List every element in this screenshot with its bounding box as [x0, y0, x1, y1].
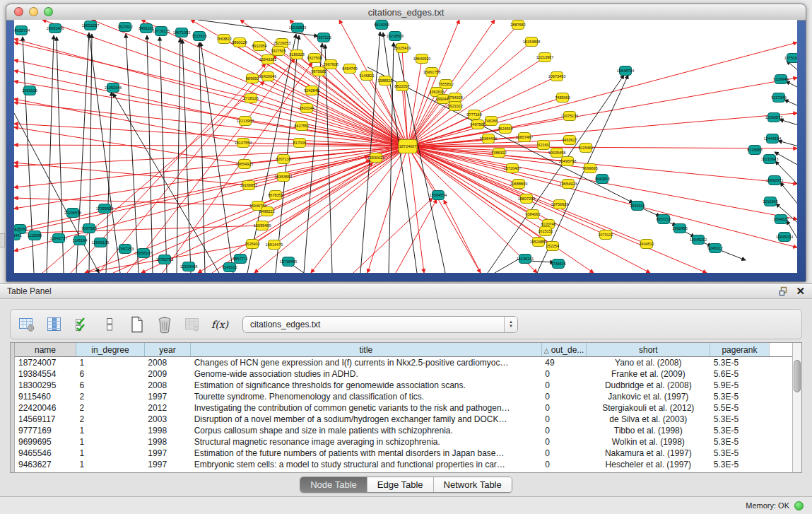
network-node[interactable]: 9227343	[771, 93, 786, 103]
table-row[interactable]: 1938455462009Genome-wide association stu…	[15, 368, 801, 380]
network-node[interactable]: 9097588	[81, 224, 96, 233]
minimize-window-icon[interactable]	[29, 7, 38, 16]
show-columns-icon[interactable]	[45, 315, 64, 334]
column-header-pagerank[interactable]: pagerank	[710, 343, 769, 357]
column-header-title[interactable]: title	[191, 343, 542, 357]
network-node[interactable]: 12093872	[765, 113, 782, 122]
network-node[interactable]: 10025458	[548, 148, 565, 158]
network-node[interactable]: 10807487	[516, 133, 533, 142]
network-node[interactable]: 1694632	[773, 215, 788, 224]
network-node[interactable]: 2691910	[630, 201, 645, 211]
network-node[interactable]: 1073122	[598, 230, 613, 240]
network-node[interactable]: 15584554	[430, 191, 447, 200]
network-node[interactable]: 16961758	[423, 68, 440, 77]
table-row[interactable]: 946362711997Embryonic stem cells: a mode…	[15, 459, 801, 470]
network-node[interactable]: 7515526	[192, 32, 206, 41]
table-row[interactable]: 977716911998Corpus callosum shape and si…	[15, 425, 801, 436]
window-titlebar[interactable]: citations_edges.txt	[6, 4, 806, 21]
network-node[interactable]: 1210365	[763, 197, 777, 206]
network-node[interactable]: 2967608	[323, 60, 338, 69]
network-node[interactable]: 12213967	[536, 53, 553, 62]
network-node[interactable]: 21053346	[105, 83, 122, 93]
tab-node-table[interactable]: Node Table	[300, 477, 367, 492]
network-node[interactable]: 8454749	[342, 64, 357, 74]
tab-edge-table[interactable]: Edge Table	[367, 477, 433, 492]
network-node[interactable]: 19524851	[530, 238, 547, 247]
table-settings-icon[interactable]	[18, 315, 36, 334]
network-node[interactable]: 1588520	[377, 76, 392, 86]
network-node[interactable]: 16782753	[156, 255, 173, 264]
network-node[interactable]: 19218506	[387, 32, 404, 41]
network-node[interactable]: 16210643	[761, 155, 778, 164]
network-node[interactable]: 14136141	[517, 255, 534, 264]
table-selector-dropdown[interactable]: citations_edges.txt ▲▼	[242, 316, 518, 333]
network-node[interactable]: 8186328	[289, 50, 304, 59]
select-rows-icon[interactable]	[73, 315, 91, 334]
network-node[interactable]: 9146821	[359, 71, 374, 81]
network-node[interactable]: 2718126	[243, 94, 258, 103]
network-node[interactable]: 8822057	[394, 82, 409, 91]
network-node[interactable]: 62160	[538, 141, 550, 150]
network-node[interactable]: 20206576	[64, 209, 81, 218]
network-node[interactable]: 16099489	[254, 221, 271, 230]
scrollbar-thumb[interactable]	[794, 360, 801, 392]
network-node[interactable]: 9699695	[582, 164, 597, 173]
network-node[interactable]: 252254	[546, 242, 559, 251]
network-node[interactable]: 17359928	[96, 204, 113, 214]
network-node[interactable]: 12923448	[180, 262, 197, 271]
delete-trash-icon[interactable]	[155, 315, 174, 334]
network-node[interactable]: 1115689	[28, 231, 42, 240]
network-node[interactable]: 7357223	[316, 33, 331, 42]
network-node[interactable]: 16033809	[289, 23, 306, 33]
table-row[interactable]: 911546021997Tourette syndrome. Phenomeno…	[15, 391, 801, 402]
network-node[interactable]: 15720407	[504, 164, 521, 173]
network-node[interactable]: 10719135	[153, 27, 170, 36]
network-node[interactable]: 9875685	[311, 67, 326, 76]
network-node[interactable]: 8267130	[276, 155, 290, 164]
network-node[interactable]: 10688809	[510, 180, 527, 189]
network-node[interactable]: 14671355	[173, 28, 190, 37]
network-node[interactable]: 1604512	[639, 240, 654, 249]
network-node[interactable]: 1640953	[594, 175, 609, 184]
network-node[interactable]: 2053106	[22, 86, 37, 95]
network-node[interactable]: 7485063	[555, 93, 570, 103]
network-node[interactable]: 8912954	[252, 42, 266, 51]
network-node[interactable]: 9115460	[578, 144, 593, 153]
network-node[interactable]: 18107554	[235, 139, 252, 148]
network-node[interactable]: 1992456	[672, 224, 687, 233]
network-node[interactable]: 7663822	[216, 35, 231, 44]
network-node[interactable]: 6497568	[470, 120, 485, 129]
float-window-icon[interactable]	[779, 286, 789, 296]
table-row[interactable]: 1830029562008Estimation of significance …	[15, 380, 801, 391]
table-row[interactable]: 2242004622012Investigating the contribut…	[15, 402, 801, 414]
memory-ok-icon[interactable]	[794, 501, 804, 510]
network-node[interactable]: 13325419	[394, 44, 411, 53]
column-header-in_degree[interactable]: in_degree	[76, 343, 145, 357]
network-node[interactable]: 16543382	[259, 55, 276, 64]
network-node[interactable]: 9498222	[259, 207, 274, 216]
network-node[interactable]: 989650	[246, 74, 259, 83]
network-node[interactable]: 16914479	[266, 240, 283, 250]
function-builder-icon[interactable]: f(x)	[211, 315, 229, 334]
network-node[interactable]: 15751074	[784, 54, 797, 63]
network-node[interactable]: 8813054	[374, 21, 389, 30]
network-node[interactable]: 1615152	[538, 227, 553, 236]
network-node[interactable]: 8678352	[268, 191, 283, 200]
network-node[interactable]: 19756928	[551, 200, 568, 209]
network-node[interactable]: 19654925	[236, 160, 253, 169]
network-node[interactable]: 18724007	[399, 140, 417, 153]
network-node[interactable]: 8427552	[294, 122, 309, 131]
network-node[interactable]: 10945212	[690, 235, 707, 245]
close-window-icon[interactable]	[14, 7, 23, 16]
network-node[interactable]: 3624554	[498, 124, 512, 134]
network-canvas[interactable]: 1872400715930021766382288601288912954252…	[14, 20, 797, 273]
network-node[interactable]: 1621022	[447, 102, 462, 111]
network-node[interactable]: 12444194	[764, 134, 781, 144]
network-node[interactable]: 9245012	[222, 263, 237, 272]
network-node[interactable]: 10973493	[548, 72, 565, 81]
create-table-icon[interactable]	[128, 315, 146, 334]
network-node[interactable]: 10653257	[82, 21, 99, 30]
network-node[interactable]: 12213963	[237, 117, 254, 126]
table-row[interactable]: 1456911722003Disruption of a novel membe…	[15, 414, 801, 425]
network-node[interactable]: 9463627	[562, 136, 577, 145]
